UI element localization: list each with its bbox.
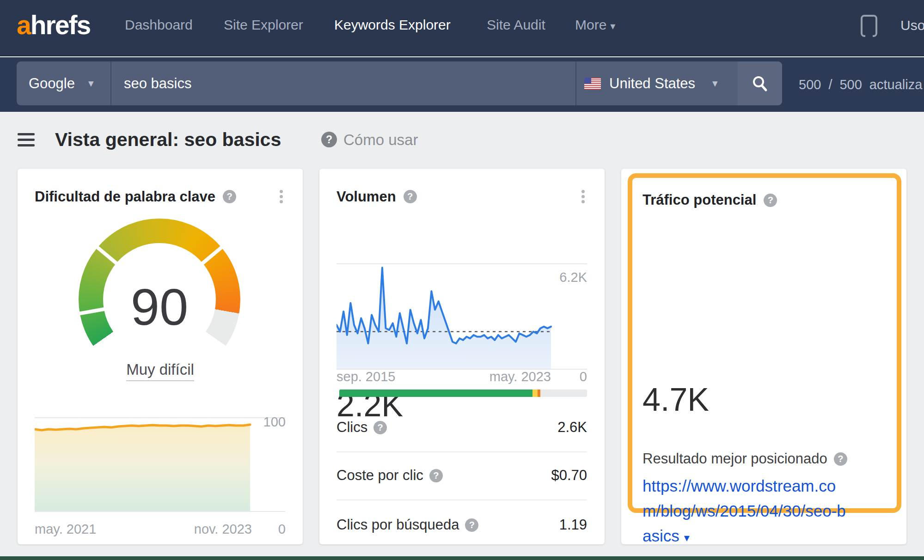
- us-flag-icon: [584, 78, 601, 90]
- how-to-use-link[interactable]: Cómo usar: [343, 131, 418, 149]
- help-icon[interactable]: ?: [373, 421, 387, 434]
- help-icon[interactable]: ?: [429, 469, 443, 482]
- traffic-potential-card: Tráfico potencial ? 4.7K Resultado mejor…: [621, 169, 906, 544]
- kd-history-chart: [35, 417, 285, 512]
- y-max-label: 6.2K: [527, 268, 587, 286]
- y-min-label: 0: [564, 367, 587, 386]
- kebab-menu-icon[interactable]: [579, 187, 587, 206]
- kd-score: 90: [79, 281, 240, 333]
- divider: [575, 61, 576, 105]
- stat-row-clicks-per-search: Clics por búsqueda ? 1.19: [337, 516, 587, 534]
- help-icon[interactable]: ?: [223, 190, 236, 203]
- x-end-label: nov. 2023: [156, 520, 252, 538]
- ahrefs-logo[interactable]: ahrefs: [17, 11, 90, 39]
- kd-gauge: 90: [79, 219, 240, 380]
- app-window: ahrefs Dashboard Site Explorer Keywords …: [0, 0, 924, 560]
- x-end-label: may. 2023: [449, 367, 551, 386]
- chevron-down-icon: ▾: [88, 61, 94, 105]
- keyword-difficulty-card: Dificultad de palabra clave ? 90 Muy dif…: [18, 169, 303, 544]
- clicks-segment-no-click: [540, 390, 587, 397]
- logo-a: a: [17, 10, 31, 40]
- volume-card: Volumen ? 2.2K 6.2K sep. 2015 may. 2023 …: [319, 169, 605, 544]
- search-icon: [751, 74, 769, 93]
- quota-used: 500: [799, 77, 821, 92]
- divider: [110, 61, 111, 105]
- usage-device-icon[interactable]: [861, 15, 877, 37]
- nav-item-site-audit[interactable]: Site Audit: [487, 17, 545, 33]
- kd-rating: Muy difícil: [18, 360, 303, 379]
- stat-value: $0.70: [551, 467, 587, 484]
- top-result-label: Resultado mejor posicionado ?: [643, 450, 847, 468]
- x-start-label: may. 2021: [35, 520, 96, 538]
- search-row: Google ▾ seo basics United States ▾ 500 …: [0, 57, 924, 112]
- card-title: Volumen: [337, 188, 396, 206]
- quota-indicator: 500 / 500 actualiza: [799, 57, 922, 112]
- nav-item-more[interactable]: More▾: [575, 17, 615, 35]
- quota-total: 500: [839, 77, 862, 92]
- hamburger-menu-icon[interactable]: [18, 133, 35, 147]
- divider: [337, 451, 587, 452]
- chevron-down-icon[interactable]: ▾: [684, 531, 690, 544]
- help-icon[interactable]: ?: [404, 190, 417, 203]
- stat-row-cpc: Coste por clic ? $0.70: [337, 466, 587, 485]
- nav-item-site-explorer[interactable]: Site Explorer: [224, 17, 303, 33]
- clicks-segment-organic: [339, 390, 532, 397]
- card-title: Dificultad de palabra clave: [35, 188, 215, 206]
- chevron-down-icon: ▾: [712, 61, 718, 105]
- y-max-label: 100: [239, 413, 286, 431]
- y-min-label: 0: [263, 520, 286, 538]
- keyword-input[interactable]: seo basics: [124, 61, 191, 105]
- stat-value: 2.6K: [557, 419, 587, 436]
- x-start-label: sep. 2015: [337, 367, 395, 386]
- nav-item-keywords-explorer[interactable]: Keywords Explorer: [334, 17, 451, 33]
- chevron-down-icon: ▾: [610, 20, 615, 32]
- usage-label[interactable]: Uso: [900, 18, 924, 33]
- top-nav: ahrefs Dashboard Site Explorer Keywords …: [0, 0, 924, 56]
- help-icon[interactable]: ?: [834, 452, 847, 466]
- search-bar: Google ▾ seo basics United States ▾: [17, 61, 782, 105]
- quota-separator: /: [828, 77, 832, 92]
- nav-item-dashboard[interactable]: Dashboard: [125, 17, 193, 33]
- bottom-strip: [0, 556, 924, 560]
- help-icon[interactable]: ?: [465, 518, 478, 532]
- help-icon[interactable]: ?: [764, 194, 777, 207]
- clicks-distribution-bar: [339, 390, 587, 397]
- kebab-menu-icon[interactable]: [277, 187, 286, 206]
- stat-value: 1.19: [559, 517, 587, 533]
- traffic-value: 4.7K: [643, 383, 709, 416]
- help-icon[interactable]: ?: [321, 132, 337, 147]
- page-title: Vista general: seo basics: [55, 129, 281, 150]
- clicks-segment-paid: [532, 390, 538, 397]
- top-result-link[interactable]: https://www.wordstream.co m/blog/ws/2015…: [643, 474, 883, 550]
- logo-rest: hrefs: [31, 10, 90, 40]
- divider: [337, 499, 587, 500]
- quota-suffix: actualiza: [869, 77, 922, 92]
- search-button[interactable]: [738, 61, 782, 105]
- stat-row-clicks: Clics ? 2.6K: [337, 418, 587, 437]
- card-title: Tráfico potencial: [643, 191, 756, 209]
